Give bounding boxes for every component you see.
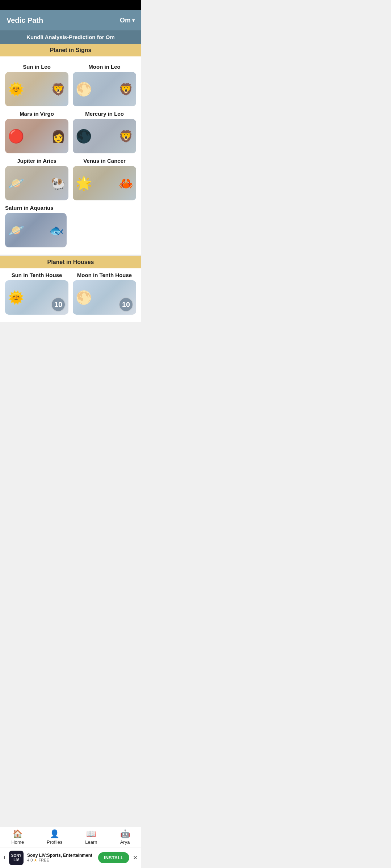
planet-signs-label: Planet in Signs [50, 47, 92, 53]
planet-jupiter-label: Jupiter in Aries [17, 158, 56, 164]
house-grid: Sun in Tenth House 🌞 10 Moon in Tenth Ho… [0, 268, 141, 318]
jupiter-sign-icon: 🐏 [51, 178, 66, 189]
status-bar [0, 0, 141, 10]
moon-sign-icon: 🦁 [119, 84, 133, 95]
planet-item-mercury[interactable]: Mercury in Leo 🌑 🦁 [73, 111, 136, 153]
house-sun-card: 🌞 10 [5, 280, 68, 315]
planet-item-moon[interactable]: Moon in Leo 🌕 🦁 [73, 64, 136, 106]
sun-sign-icon: 🦁 [51, 84, 66, 95]
planet-mercury-card: 🌑 🦁 [73, 119, 136, 153]
moon-planet-icon: 🌕 [76, 83, 92, 96]
planet-item-venus[interactable]: Venus in Cancer 🌟 🦀 [73, 158, 136, 200]
house-item-moon[interactable]: Moon in Tenth House 🌕 10 [73, 272, 136, 315]
planet-item-mars[interactable]: Mars in Virgo 🔴 👩 [5, 111, 68, 153]
kundli-banner-text: Kundli Analysis-Prediction for Om [26, 34, 115, 40]
planet-venus-card: 🌟 🦀 [73, 166, 136, 200]
venus-planet-icon: 🌟 [76, 177, 92, 190]
planet-venus-label: Venus in Cancer [83, 158, 126, 164]
planet-item-jupiter[interactable]: Jupiter in Aries 🪐 🐏 [5, 158, 68, 200]
planet-mars-label: Mars in Virgo [20, 111, 54, 117]
saturn-planet-icon: 🪐 [8, 224, 24, 237]
house-sun-icon: 🌞 [8, 291, 24, 304]
house-item-sun[interactable]: Sun in Tenth House 🌞 10 [5, 272, 68, 315]
planet-houses-label: Planet in Houses [47, 259, 94, 265]
planet-signs-header: Planet in Signs [0, 44, 141, 56]
user-dropdown[interactable]: Om [120, 17, 135, 24]
jupiter-planet-icon: 🪐 [8, 177, 24, 190]
planet-sun-label: Sun in Leo [23, 64, 51, 70]
planet-signs-section: Sun in Leo 🌞 🦁 Moon in Leo 🌕 🦁 Mars in V… [0, 56, 141, 255]
mercury-sign-icon: 🦁 [119, 131, 133, 142]
planet-houses-section: Sun in Tenth House 🌞 10 Moon in Tenth Ho… [0, 268, 141, 322]
app-header: Vedic Path Om [0, 10, 141, 30]
planet-moon-card: 🌕 🦁 [73, 72, 136, 106]
planet-mercury-label: Mercury in Leo [85, 111, 124, 117]
planet-item-sun[interactable]: Sun in Leo 🌞 🦁 [5, 64, 68, 106]
house-sun-number: 10 [51, 297, 66, 312]
planet-grid: Sun in Leo 🌞 🦁 Moon in Leo 🌕 🦁 Mars in V… [5, 60, 136, 251]
planet-moon-label: Moon in Leo [88, 64, 120, 70]
planet-saturn-card: 🪐 🐟 [5, 213, 67, 247]
house-sun-label: Sun in Tenth House [12, 272, 62, 278]
mars-planet-icon: 🔴 [8, 130, 24, 143]
kundli-banner: Kundli Analysis-Prediction for Om [0, 30, 141, 44]
sun-planet-icon: 🌞 [8, 83, 24, 96]
scroll-area: Planet in Signs Sun in Leo 🌞 🦁 Moon in L… [0, 44, 141, 369]
mars-sign-icon: 👩 [51, 131, 66, 142]
saturn-sign-icon: 🐟 [49, 225, 64, 236]
mercury-planet-icon: 🌑 [76, 130, 92, 143]
app-title: Vedic Path [7, 16, 43, 25]
house-moon-label: Moon in Tenth House [77, 272, 132, 278]
house-moon-icon: 🌕 [76, 291, 92, 304]
planet-saturn-label: Saturn in Aquarius [5, 205, 54, 211]
venus-sign-icon: 🦀 [119, 178, 133, 189]
planet-jupiter-card: 🪐 🐏 [5, 166, 68, 200]
planet-houses-header: Planet in Houses [0, 256, 141, 268]
planet-sun-card: 🌞 🦁 [5, 72, 68, 106]
planet-item-saturn[interactable]: Saturn in Aquarius 🪐 🐟 [5, 205, 136, 247]
planet-mars-card: 🔴 👩 [5, 119, 68, 153]
house-moon-number: 10 [119, 297, 133, 312]
house-moon-card: 🌕 10 [73, 280, 136, 315]
